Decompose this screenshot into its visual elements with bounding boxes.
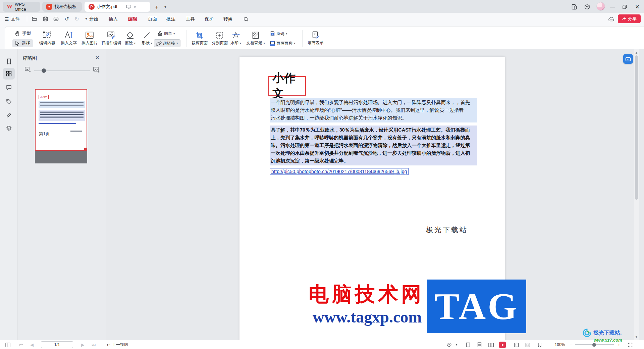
stamp-button[interactable]: 图章 ▾	[155, 30, 177, 38]
continuous-view-icon[interactable]	[476, 341, 483, 348]
menu-tab-comment[interactable]: 批注	[165, 15, 177, 23]
share-button[interactable]: 分享	[618, 14, 641, 23]
thumbnail-size-slider-handle[interactable]	[42, 68, 46, 73]
share-label: 分享	[628, 16, 637, 22]
new-tab-button[interactable]: ＋	[153, 3, 161, 11]
last-page-button[interactable]: ⏭	[90, 341, 97, 348]
restore-button[interactable]	[620, 3, 629, 11]
hand-tool-button[interactable]: 手型	[12, 30, 34, 38]
previous-view-button[interactable]: ↩ 上一视图	[107, 342, 128, 348]
document-title-box[interactable]: 小作文	[268, 76, 306, 96]
thumbnails-panel-button[interactable]	[3, 68, 15, 80]
vertical-scrollbar[interactable]: ▲ ▼	[634, 49, 639, 340]
hyperlink-label: 超链接	[163, 41, 175, 46]
annotate-panel-button[interactable]	[3, 109, 15, 121]
tab-list-chevron[interactable]: ▼	[161, 3, 169, 11]
comments-panel-button[interactable]	[3, 82, 15, 93]
zoom-slider-handle[interactable]	[592, 343, 596, 347]
footer-url-text: www.tagxp.com	[313, 308, 422, 326]
read-mode-chevron[interactable]: ▼	[453, 341, 460, 348]
layers-panel-button[interactable]	[3, 122, 15, 134]
play-presentation-button[interactable]	[499, 342, 506, 348]
menu-tab-protect[interactable]: 保护	[203, 15, 215, 23]
next-page-button[interactable]: ▶	[79, 341, 87, 348]
facing-pages-icon[interactable]	[487, 341, 494, 348]
insert-image-icon	[79, 29, 100, 39]
undo-icon[interactable]: ↺	[63, 15, 70, 22]
assistant-button[interactable]	[623, 54, 633, 64]
stickers-cube-icon[interactable]	[583, 3, 591, 11]
previous-view-label: 上一视图	[112, 342, 128, 348]
redo-icon[interactable]: ↻	[73, 15, 80, 22]
tab-docer-templates[interactable]: ❧ 找稻壳模板	[42, 2, 82, 12]
watermark-button[interactable]: 水印 ▾	[227, 29, 245, 48]
statusbar: ⏮ ◀ 1/1 ▶ ⏭ ↩ 上一视图 ▼	[0, 340, 644, 349]
first-page-button[interactable]: ⏮	[17, 341, 25, 348]
page-thumbnail-preview: 小作文	[35, 89, 87, 151]
tab-wps-home[interactable]: W WPS Office	[3, 2, 40, 12]
mini-paragraph-2	[39, 110, 85, 121]
select-tool-button[interactable]: 选择	[12, 39, 33, 47]
scroll-up-icon[interactable]: ▲	[634, 50, 639, 55]
insert-text-button[interactable]: 插入文字	[58, 29, 79, 48]
menu-tab-start[interactable]: 开始	[88, 15, 100, 23]
cursor-icon	[15, 41, 19, 46]
shape-button[interactable]: 形状 ▾	[139, 29, 155, 48]
single-page-view-icon[interactable]	[464, 341, 472, 348]
edit-content-button[interactable]: 编辑内容	[37, 29, 58, 48]
tab-document-pdf[interactable]: P 小作文.pdf	[85, 2, 150, 12]
sidebar-toggle-icon[interactable]	[4, 341, 11, 348]
tags-panel-button[interactable]	[3, 96, 15, 107]
insert-image-button[interactable]: 插入图片	[79, 29, 100, 48]
scrollbar-thumb[interactable]	[635, 55, 638, 200]
open-folder-icon[interactable]	[31, 15, 38, 22]
page-number-button[interactable]: 页码 ▾	[268, 30, 289, 38]
hand-icon	[15, 31, 20, 36]
menu-tab-convert[interactable]: 转换	[222, 15, 234, 23]
previous-view-icon: ↩	[107, 342, 110, 347]
hyperlink-button[interactable]: 超链接 ▾	[154, 39, 180, 47]
read-mode-icon[interactable]	[445, 341, 453, 348]
menu-tab-insert[interactable]: 插入	[107, 15, 119, 23]
bookmarks-panel-button[interactable]	[3, 55, 15, 67]
fit-width-icon[interactable]	[513, 341, 520, 348]
print-icon[interactable]	[52, 15, 60, 22]
thumbnail-panel-close-icon[interactable]: ✕	[94, 54, 101, 61]
menu-tab-page[interactable]: 页面	[147, 15, 158, 23]
thumbnail-zoom-out-icon[interactable]	[25, 67, 31, 72]
fill-form-button[interactable]: 填写表单	[305, 29, 326, 48]
page-thumbnail[interactable]: 小作文	[35, 89, 87, 163]
bookmark-icon	[6, 58, 12, 64]
scan-edit-button[interactable]: 扫描件编辑	[100, 29, 123, 48]
minimize-button[interactable]: —	[608, 3, 617, 11]
menu-tab-tools[interactable]: 工具	[184, 15, 196, 23]
user-avatar[interactable]	[596, 2, 605, 11]
fit-page-icon[interactable]	[524, 341, 531, 348]
thumbnail-zoom-in-icon[interactable]	[93, 67, 100, 72]
zoom-level[interactable]: 100%	[553, 342, 567, 347]
paragraph-1[interactable]: 一个阳光明媚的早晨，我们参观了梅村污水处理场。进入大门，一阵阵恶臭扑鼻而来，，首…	[270, 98, 477, 122]
zoom-out-button[interactable]: −	[568, 341, 575, 348]
save-icon[interactable]	[42, 15, 49, 22]
document-viewport: 小作文 一个阳光明媚的早晨，我们参观了梅村污水处理场。进入大门，一阵阵恶臭扑鼻而…	[106, 49, 639, 340]
bookmark-view-icon[interactable]	[536, 341, 543, 348]
menu-tab-edit[interactable]: 编辑	[127, 15, 139, 23]
document-hyperlink[interactable]: http://pic50.photophoto.cn/20190217/0008…	[270, 168, 409, 175]
tab-label: 小作文.pdf	[97, 4, 117, 10]
hyperlink-icon	[156, 41, 162, 46]
paragraph-2[interactable]: 具了解，其中70％为工业废水，30％为生活废水，设计采用CAST污水处理工艺。我…	[270, 126, 477, 165]
crop-page-button[interactable]: 裁剪页面	[189, 29, 210, 48]
header-footer-button[interactable]: 页眉页脚 ▾	[268, 39, 298, 47]
file-menu-button[interactable]: ☰ 文件	[5, 15, 20, 23]
search-icon[interactable]	[242, 16, 250, 22]
erase-button[interactable]: 擦除 ▾	[122, 29, 139, 48]
footer-tag-box: TAG	[427, 280, 526, 333]
close-button[interactable]: ✕	[633, 3, 642, 11]
previous-page-button[interactable]: ◀	[28, 341, 36, 348]
doc-background-button[interactable]: 文档背景 ▾	[245, 29, 267, 48]
wps-office-window: W WPS Office ❧ 找稻壳模板 P 小作文.pdf ＋ ▼	[0, 0, 644, 349]
mobile-devices-icon[interactable]	[570, 3, 578, 11]
page-indicator[interactable]: 1/1	[41, 341, 73, 348]
monitor-icon[interactable]	[126, 5, 131, 9]
help-cloud-icon[interactable]	[608, 16, 615, 22]
